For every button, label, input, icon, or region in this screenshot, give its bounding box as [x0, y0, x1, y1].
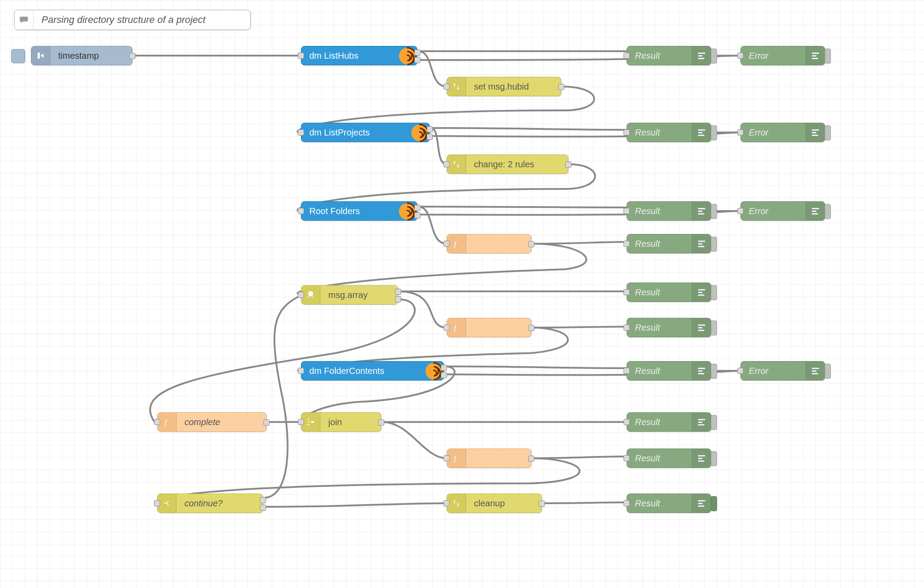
- change-2-rules[interactable]: change: 2 rules: [447, 155, 568, 174]
- forge-swirl-icon: [410, 124, 429, 142]
- debug-result-9[interactable]: Result: [627, 449, 711, 468]
- forge-folder-contents-label: dm FolderContents: [301, 366, 443, 376]
- change-cleanup[interactable]: cleanup: [447, 494, 542, 513]
- function-node-1[interactable]: f: [447, 234, 531, 253]
- change-cleanup-label: cleanup: [466, 498, 541, 509]
- debug-icon: [692, 202, 711, 220]
- join-label: join: [320, 417, 381, 427]
- debug-result-1[interactable]: Result: [627, 46, 711, 65]
- forge-swirl-icon: [398, 202, 417, 221]
- function-node-2[interactable]: f: [447, 318, 531, 337]
- function-node-3[interactable]: f: [447, 449, 531, 468]
- forge-root-folders[interactable]: Root Folders: [301, 201, 417, 221]
- comment-text: Parsing directory structure of a project: [34, 14, 250, 26]
- debug-result-4[interactable]: Result: [627, 234, 711, 253]
- comment-icon: [15, 10, 34, 30]
- debug-error-1[interactable]: Error: [740, 46, 825, 65]
- split-msg-array-label: msg.array: [320, 290, 398, 300]
- function-icon: f: [447, 449, 466, 467]
- function-complete-label: complete: [177, 417, 266, 427]
- forge-swirl-icon: [424, 362, 443, 381]
- debug-result-7[interactable]: Result: [627, 361, 711, 381]
- comment-node[interactable]: Parsing directory structure of a project: [14, 10, 251, 30]
- debug-result-8[interactable]: Result: [627, 412, 711, 432]
- function-icon: f: [447, 234, 466, 253]
- debug-error-3[interactable]: Error: [740, 201, 825, 221]
- join-node[interactable]: join: [301, 412, 381, 432]
- change-icon: [447, 77, 466, 96]
- debug-icon: [692, 318, 711, 337]
- change-icon: [447, 155, 466, 173]
- debug-result-3[interactable]: Result: [627, 201, 711, 221]
- switch-continue-label: continue?: [177, 498, 263, 509]
- switch-icon: [158, 494, 177, 513]
- debug-result-5[interactable]: Result: [627, 283, 711, 302]
- debug-icon: [806, 202, 825, 220]
- change-set-hubid[interactable]: set msg.hubid: [447, 77, 561, 96]
- function-complete[interactable]: f complete: [157, 412, 267, 432]
- debug-icon: [692, 449, 711, 467]
- debug-icon: [806, 46, 825, 65]
- forge-folder-contents[interactable]: dm FolderContents: [301, 361, 444, 381]
- debug-result-2[interactable]: Result: [627, 123, 711, 142]
- function-icon: f: [158, 413, 177, 431]
- debug-icon: [692, 283, 711, 302]
- change-set-hubid-label: set msg.hubid: [466, 82, 561, 92]
- switch-continue[interactable]: continue?: [157, 494, 263, 513]
- forge-list-hubs[interactable]: dm ListHubs: [301, 46, 417, 65]
- debug-result-6[interactable]: Result: [627, 318, 711, 337]
- inject-label: timestamp: [50, 51, 132, 61]
- nodes-layer: Parsing directory structure of a project…: [0, 0, 924, 588]
- debug-icon: [692, 234, 711, 253]
- inject-node-timestamp[interactable]: timestamp: [31, 46, 132, 65]
- debug-error-4[interactable]: Error: [740, 361, 825, 381]
- change-icon: [447, 494, 466, 513]
- inject-icon: [31, 46, 50, 65]
- function-icon: f: [447, 318, 466, 337]
- forge-swirl-icon: [398, 47, 417, 65]
- inject-button[interactable]: [11, 49, 25, 63]
- debug-icon: [806, 123, 825, 142]
- debug-icon: [692, 494, 711, 513]
- debug-icon: [692, 362, 711, 380]
- split-msg-array[interactable]: msg.array: [301, 285, 398, 305]
- forge-list-projects[interactable]: dm ListProjects: [301, 123, 430, 142]
- svg-text:f: f: [454, 324, 457, 332]
- svg-text:f: f: [165, 418, 168, 426]
- debug-icon: [692, 413, 711, 431]
- change-2-rules-label: change: 2 rules: [466, 159, 568, 170]
- debug-icon: [692, 123, 711, 142]
- svg-text:f: f: [454, 240, 457, 248]
- debug-icon: [806, 362, 825, 380]
- split-icon: [301, 286, 320, 304]
- svg-text:f: f: [454, 454, 457, 463]
- debug-result-10[interactable]: Result: [627, 494, 711, 513]
- debug-error-2[interactable]: Error: [740, 123, 825, 142]
- join-icon: [301, 413, 320, 431]
- debug-icon: [692, 46, 711, 65]
